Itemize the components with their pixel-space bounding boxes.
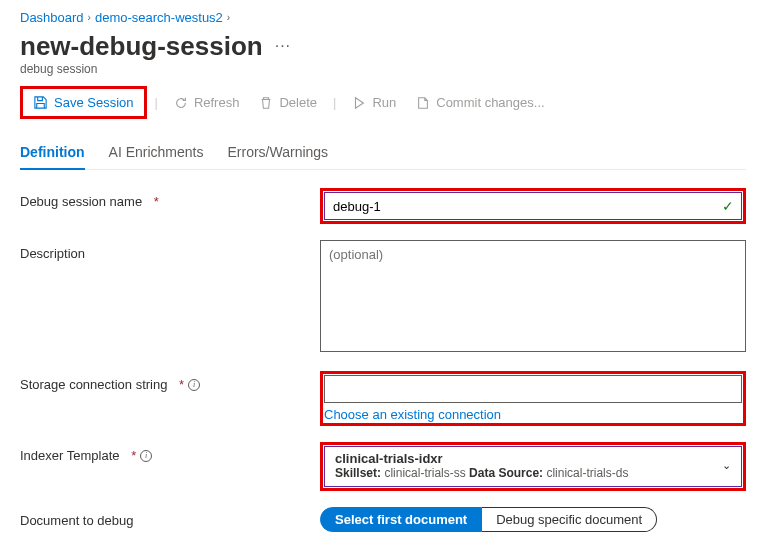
indexer-subline: Skillset: clinical-trials-ss Data Source… <box>335 466 731 480</box>
checkmark-icon: ✓ <box>722 198 734 214</box>
delete-button[interactable]: Delete <box>251 91 325 114</box>
commit-button[interactable]: Commit changes... <box>408 91 552 114</box>
more-actions-button[interactable]: ··· <box>275 37 291 55</box>
chevron-right-icon: › <box>88 12 91 23</box>
breadcrumb-service[interactable]: demo-search-westus2 <box>95 10 223 25</box>
storage-label: Storage connection string * i <box>20 371 320 392</box>
indexer-template-label: Indexer Template * i <box>20 442 320 463</box>
required-asterisk: * <box>179 377 184 392</box>
run-label: Run <box>372 95 396 110</box>
session-name-input[interactable] <box>324 192 742 220</box>
separator: | <box>333 95 336 110</box>
delete-label: Delete <box>279 95 317 110</box>
tab-ai-enrichments[interactable]: AI Enrichments <box>109 138 204 169</box>
refresh-button[interactable]: Refresh <box>166 91 248 114</box>
indexer-value: clinical-trials-idxr <box>335 451 731 466</box>
save-icon <box>33 95 48 110</box>
indexer-template-dropdown[interactable]: clinical-trials-idxr Skillset: clinical-… <box>324 446 742 487</box>
page-subtitle: debug session <box>20 62 746 76</box>
save-label: Save Session <box>54 95 134 110</box>
storage-input[interactable] <box>324 375 742 403</box>
required-asterisk: * <box>131 448 136 463</box>
commit-icon <box>416 96 430 110</box>
trash-icon <box>259 96 273 110</box>
required-asterisk: * <box>154 194 159 209</box>
tab-definition[interactable]: Definition <box>20 138 85 170</box>
command-bar: Save Session | Refresh Delete | Run Comm… <box>20 86 746 128</box>
breadcrumb-dashboard[interactable]: Dashboard <box>20 10 84 25</box>
save-session-button[interactable]: Save Session <box>25 91 142 114</box>
breadcrumb: Dashboard › demo-search-westus2 › <box>20 10 746 25</box>
tab-bar: Definition AI Enrichments Errors/Warning… <box>20 138 746 170</box>
tab-errors-warnings[interactable]: Errors/Warnings <box>227 138 328 169</box>
description-label: Description <box>20 240 320 261</box>
document-to-debug-label: Document to debug <box>20 507 320 528</box>
refresh-icon <box>174 96 188 110</box>
page-title: new-debug-session <box>20 31 263 62</box>
document-mode-toggle: Select first document Debug specific doc… <box>320 507 746 532</box>
session-name-label: Debug session name * <box>20 188 320 209</box>
commit-label: Commit changes... <box>436 95 544 110</box>
run-button[interactable]: Run <box>344 91 404 114</box>
info-icon[interactable]: i <box>188 379 200 391</box>
select-first-document-option[interactable]: Select first document <box>320 507 482 532</box>
chevron-right-icon: › <box>227 12 230 23</box>
separator: | <box>155 95 158 110</box>
choose-connection-link[interactable]: Choose an existing connection <box>324 407 501 422</box>
info-icon[interactable]: i <box>140 450 152 462</box>
description-textarea[interactable] <box>320 240 746 352</box>
refresh-label: Refresh <box>194 95 240 110</box>
chevron-down-icon: ⌄ <box>722 459 731 472</box>
debug-specific-document-option[interactable]: Debug specific document <box>482 507 657 532</box>
play-icon <box>352 96 366 110</box>
